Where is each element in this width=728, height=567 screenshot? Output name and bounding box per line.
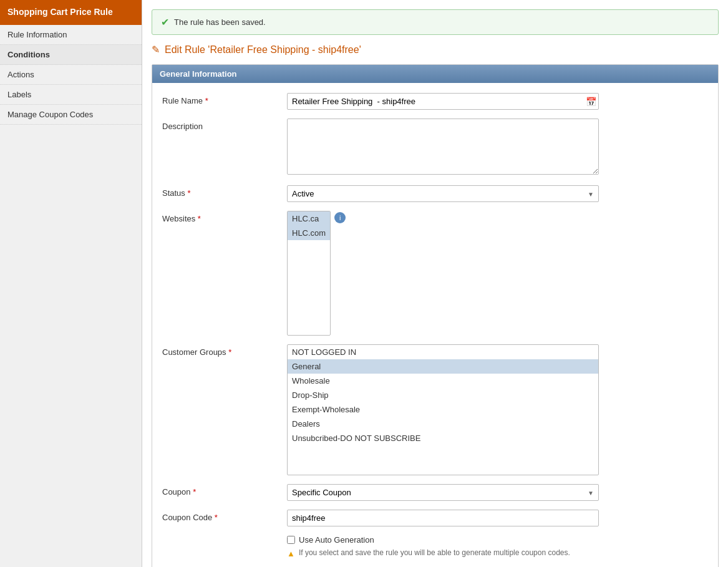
cg-option-not-logged-in[interactable]: NOT LOGGED IN: [288, 345, 598, 359]
sidebar-item-labels[interactable]: Labels: [0, 85, 142, 105]
status-select[interactable]: Active Inactive: [287, 185, 599, 202]
section-header: General Information: [152, 65, 718, 83]
cg-option-dealers[interactable]: Dealers: [288, 417, 598, 431]
coupon-code-field: [287, 510, 599, 526]
coupon-select-wrapper: Specific Coupon No Coupon: [287, 484, 599, 501]
cg-option-unsubscribed[interactable]: Unsubcribed-DO NOT SUBSCRIBE: [288, 431, 598, 445]
auto-generation-field: Use Auto Generation ▲ If you select and …: [287, 535, 599, 558]
coupon-code-input[interactable]: [287, 510, 599, 526]
status-select-wrapper: Active Inactive: [287, 185, 599, 202]
warning-triangle-icon: ▲: [287, 549, 295, 558]
rule-name-field: 📅: [287, 93, 599, 110]
required-star: *: [205, 96, 208, 105]
rule-name-input-wrapper: 📅: [287, 93, 599, 110]
auto-generation-note: ▲ If you select and save the rule you wi…: [287, 548, 599, 558]
customer-groups-field: NOT LOGGED IN General Wholesale Drop-Shi…: [287, 344, 599, 475]
rule-name-input[interactable]: [287, 93, 599, 110]
rule-name-row: Rule Name * 📅: [162, 93, 708, 110]
coupon-field: Specific Coupon No Coupon: [287, 484, 599, 501]
auto-generation-spacer: [162, 535, 287, 538]
customer-groups-label: Customer Groups *: [162, 344, 287, 357]
auto-generation-row: Use Auto Generation ▲ If you select and …: [162, 535, 708, 558]
websites-info-icon[interactable]: i: [334, 212, 346, 223]
sidebar-item-conditions[interactable]: Conditions: [0, 45, 142, 65]
coupon-label: Coupon *: [162, 484, 287, 497]
rule-name-label: Rule Name *: [162, 93, 287, 105]
cg-option-exempt-wholesale[interactable]: Exempt-Wholesale: [288, 402, 598, 417]
cg-option-general[interactable]: General: [288, 359, 598, 374]
cg-option-wholesale[interactable]: Wholesale: [288, 374, 598, 388]
websites-option-hlc-com[interactable]: HLC.com: [288, 226, 330, 240]
auto-generation-checkbox-row: Use Auto Generation: [287, 535, 599, 545]
edit-rule-icon: ✎: [152, 44, 160, 56]
websites-option-hlc-ca[interactable]: HLC.ca: [288, 211, 330, 226]
section-body: Rule Name * 📅 Description: [152, 83, 718, 567]
status-row: Status * Active Inactive: [162, 185, 708, 202]
auto-generation-checkbox[interactable]: [287, 536, 295, 544]
status-label: Status *: [162, 185, 287, 198]
customer-groups-row: Customer Groups * NOT LOGGED IN General …: [162, 344, 708, 475]
coupon-select[interactable]: Specific Coupon No Coupon: [287, 484, 599, 501]
cg-option-drop-ship[interactable]: Drop-Ship: [288, 388, 598, 402]
status-field: Active Inactive: [287, 185, 599, 202]
success-notification: ✔ The rule has been saved.: [152, 9, 719, 35]
coupon-code-row: Coupon Code *: [162, 510, 708, 526]
main-content: ✔ The rule has been saved. ✎ Edit Rule '…: [142, 0, 728, 567]
sidebar-item-actions[interactable]: Actions: [0, 65, 142, 85]
sidebar: Shopping Cart Price Rule Rule Informatio…: [0, 0, 142, 567]
websites-label: Websites *: [162, 211, 287, 223]
general-information-section: General Information Rule Name * 📅: [152, 64, 719, 567]
description-label: Description: [162, 119, 287, 131]
websites-row: Websites * HLC.ca HLC.com i: [162, 211, 708, 336]
customer-groups-listbox[interactable]: NOT LOGGED IN General Wholesale Drop-Shi…: [287, 344, 599, 475]
page-heading: ✎ Edit Rule 'Retailer Free Shipping - sh…: [152, 44, 719, 56]
description-field: [287, 119, 599, 177]
auto-generation-note-text: If you select and save the rule you will…: [299, 548, 570, 557]
success-text: The rule has been saved.: [174, 17, 266, 27]
edit-rule-title: Edit Rule 'Retailer Free Shipping - ship…: [165, 44, 361, 56]
coupon-row: Coupon * Specific Coupon No Coupon: [162, 484, 708, 501]
rule-name-calendar-btn[interactable]: 📅: [586, 97, 596, 107]
success-icon: ✔: [161, 16, 169, 28]
websites-field: HLC.ca HLC.com i: [287, 211, 346, 336]
description-row: Description: [162, 119, 708, 177]
websites-listbox[interactable]: HLC.ca HLC.com: [287, 211, 331, 336]
sidebar-item-rule-information[interactable]: Rule Information: [0, 25, 142, 45]
description-input[interactable]: [287, 119, 599, 175]
sidebar-title: Shopping Cart Price Rule: [0, 0, 142, 25]
sidebar-item-manage-coupon-codes[interactable]: Manage Coupon Codes: [0, 105, 142, 125]
coupon-code-label: Coupon Code *: [162, 510, 287, 522]
auto-generation-label[interactable]: Use Auto Generation: [299, 535, 374, 545]
